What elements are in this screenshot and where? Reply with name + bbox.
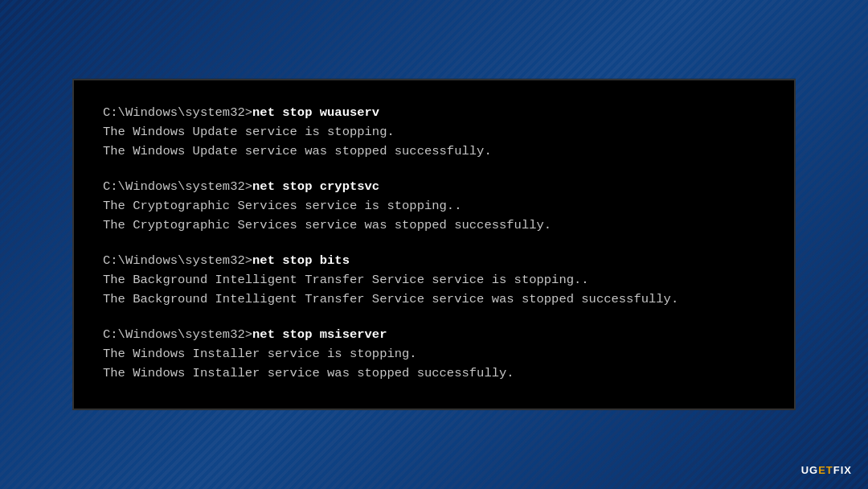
cmd-block-4: C:\Windows\system32>net stop msiserverTh… [103,325,765,383]
prompt-text-4: C:\Windows\system32> [103,327,252,342]
watermark-et: ET [818,464,833,476]
cmd-block-3: C:\Windows\system32>net stop bitsThe Bac… [103,251,765,309]
cmd-text-2: net stop cryptsvc [252,179,379,194]
terminal-wrapper: C:\Windows\system32>net stop wuauservThe… [72,79,796,410]
watermark-ug: UG [801,464,819,476]
cmd-text-4: net stop msiserver [252,327,387,342]
terminal-window: C:\Windows\system32>net stop wuauservThe… [72,79,796,410]
prompt-line-3: C:\Windows\system32>net stop bits [103,251,765,270]
watermark: UG ET FIX [801,464,852,476]
cmd-block-2: C:\Windows\system32>net stop cryptsvcThe… [103,177,765,235]
output-line-3-2: The Background Intelligent Transfer Serv… [103,290,765,309]
cmd-text-1: net stop wuauserv [252,105,379,120]
prompt-text-1: C:\Windows\system32> [103,105,252,120]
watermark-fix: FIX [833,464,852,476]
prompt-text-3: C:\Windows\system32> [103,253,252,268]
output-line-2-1: The Cryptographic Services service is st… [103,196,765,216]
output-line-1-1: The Windows Update service is stopping. [103,122,765,142]
output-line-1-2: The Windows Update service was stopped s… [103,142,765,161]
prompt-line-2: C:\Windows\system32>net stop cryptsvc [103,177,765,196]
cmd-block-1: C:\Windows\system32>net stop wuauservThe… [103,103,765,161]
cmd-text-3: net stop bits [252,253,350,268]
prompt-line-4: C:\Windows\system32>net stop msiserver [103,325,765,344]
output-line-2-2: The Cryptographic Services service was s… [103,216,765,235]
prompt-text-2: C:\Windows\system32> [103,179,252,194]
output-line-4-1: The Windows Installer service is stoppin… [103,344,765,364]
output-line-3-1: The Background Intelligent Transfer Serv… [103,270,765,290]
output-line-4-2: The Windows Installer service was stoppe… [103,364,765,383]
prompt-line-1: C:\Windows\system32>net stop wuauserv [103,103,765,122]
